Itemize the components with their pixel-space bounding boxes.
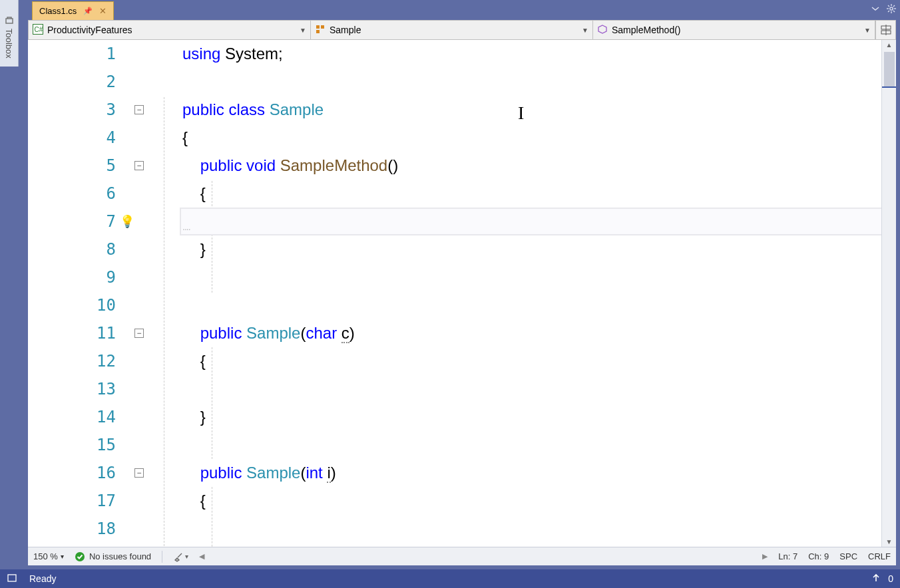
class-dropdown[interactable]: Sample ▼ [311, 21, 593, 39]
project-dropdown[interactable]: C# ProductivityFeatures ▼ [29, 21, 311, 39]
status-ready-text: Ready [29, 573, 56, 584]
toolbox-panel-tab[interactable]: Toolbox [0, 0, 19, 67]
fold-toggle[interactable]: − [134, 161, 144, 170]
line-indicator[interactable]: Ln: 7 [778, 551, 797, 561]
line-ending-indicator[interactable]: CRLF [868, 551, 891, 561]
chevron-down-icon: ▾ [61, 553, 64, 560]
file-tab-title: Class1.cs [39, 6, 77, 16]
overview-ruler [882, 52, 896, 535]
fold-toggle[interactable]: − [134, 105, 144, 114]
indent-indicator[interactable]: SPC [839, 551, 857, 561]
line-number[interactable]: 4 [28, 124, 146, 152]
line-number[interactable]: 18 [28, 515, 146, 543]
current-line-highlight [180, 208, 893, 235]
member-dropdown-label: SampleMethod() [612, 25, 681, 35]
svg-line-5 [888, 5, 889, 7]
svg-rect-18 [8, 575, 16, 581]
publish-arrow-icon[interactable] [872, 573, 880, 585]
tab-bar: Class1.cs 📌 ✕ [0, 0, 900, 20]
svg-line-6 [893, 11, 895, 12]
line-number[interactable]: 13 [28, 375, 146, 403]
chevron-down-icon: ▼ [300, 27, 306, 34]
code-line[interactable] [146, 431, 896, 459]
scroll-left-arrow[interactable]: ◀ [199, 552, 204, 561]
issues-text: No issues found [89, 551, 151, 561]
code-line[interactable] [146, 375, 896, 403]
vertical-scrollbar[interactable]: ▲ ▼ [881, 40, 896, 547]
line-number[interactable]: 11 [28, 319, 146, 347]
window-position-icon[interactable] [871, 4, 880, 13]
line-number[interactable]: 17 [28, 487, 146, 515]
project-dropdown-label: ProductivityFeatures [47, 25, 132, 35]
code-line[interactable]: using System; [146, 40, 896, 68]
svg-line-8 [888, 11, 889, 12]
scroll-right-arrow[interactable]: ▶ [762, 552, 768, 561]
method-icon [597, 24, 608, 37]
code-line[interactable]: { [146, 487, 896, 515]
fold-toggle[interactable]: − [134, 329, 144, 338]
code-line[interactable]: { [146, 180, 896, 208]
line-number[interactable]: 6 [28, 180, 146, 208]
svg-rect-13 [316, 30, 320, 33]
line-number[interactable]: 7💡 [28, 208, 146, 235]
svg-text:C#: C# [35, 26, 43, 33]
zoom-selector[interactable]: 150 % ▾ [33, 551, 64, 561]
chevron-down-icon: ▼ [864, 27, 871, 34]
code-line[interactable] [146, 515, 896, 543]
code-line[interactable]: { [146, 347, 896, 375]
line-number[interactable]: 12 [28, 347, 146, 375]
line-number[interactable]: 14 [28, 403, 146, 431]
close-tab-icon[interactable]: ✕ [99, 6, 107, 16]
code-line[interactable] [146, 263, 896, 291]
csharp-icon: C# [33, 24, 43, 37]
line-number[interactable]: 5 [28, 152, 146, 180]
brush-icon [173, 551, 184, 562]
scroll-down-arrow[interactable]: ▼ [882, 538, 896, 545]
line-number[interactable]: 1 [28, 40, 146, 68]
svg-line-7 [893, 5, 895, 7]
line-number[interactable]: 10 [28, 291, 146, 319]
line-number[interactable]: 8 [28, 235, 146, 263]
code-line[interactable]: −public class Sample [146, 96, 896, 124]
line-number[interactable]: 3 [28, 96, 146, 124]
pin-icon[interactable]: 📌 [83, 7, 93, 15]
error-list-summary[interactable]: No issues found [75, 551, 151, 562]
zoom-value: 150 % [33, 551, 58, 561]
navigation-dropdowns: C# ProductivityFeatures ▼ Sample ▼ Sampl… [28, 20, 896, 40]
line-number[interactable]: 2 [28, 68, 146, 96]
code-editor[interactable]: 1234567💡89101112131415161718 I using Sys… [28, 40, 896, 547]
toolbox-icon [5, 15, 14, 25]
line-number[interactable]: 16 [28, 459, 146, 487]
gear-icon[interactable] [887, 4, 896, 13]
split-editor-button[interactable] [875, 21, 895, 39]
file-tab[interactable]: Class1.cs 📌 ✕ [32, 1, 114, 20]
svg-rect-11 [316, 25, 320, 29]
svg-point-0 [890, 7, 893, 10]
code-line[interactable]: } [146, 235, 896, 263]
code-line[interactable]: − public void SampleMethod() [146, 152, 896, 180]
split-horizontal-icon [881, 25, 891, 35]
code-line[interactable]: − public Sample(char c) [146, 319, 896, 347]
lightbulb-icon[interactable]: 💡 [120, 214, 134, 229]
status-bar: Ready 0 [0, 569, 900, 588]
fold-toggle[interactable]: − [134, 468, 144, 478]
svg-rect-12 [321, 25, 324, 29]
chevron-down-icon: ▼ [582, 27, 588, 34]
code-line[interactable] [146, 291, 896, 319]
code-line[interactable]: { [146, 124, 896, 152]
pending-changes-count[interactable]: 0 [888, 573, 893, 584]
toolbox-label: Toolbox [4, 29, 14, 59]
track-changes-button[interactable]: ▾ [173, 551, 188, 562]
line-number[interactable]: 9 [28, 263, 146, 291]
member-dropdown[interactable]: SampleMethod() ▼ [593, 21, 875, 39]
class-icon [315, 24, 326, 37]
code-line[interactable]: − public Sample(int i) [146, 459, 896, 487]
code-line[interactable]: } [146, 403, 896, 431]
whitespace-dots: ···· [182, 223, 190, 234]
check-circle-icon [75, 551, 85, 562]
code-line[interactable]: ···· [146, 208, 896, 235]
code-line[interactable] [146, 68, 896, 96]
line-number[interactable]: 15 [28, 431, 146, 459]
column-indicator[interactable]: Ch: 9 [808, 551, 829, 561]
scroll-up-arrow[interactable]: ▲ [882, 41, 896, 49]
